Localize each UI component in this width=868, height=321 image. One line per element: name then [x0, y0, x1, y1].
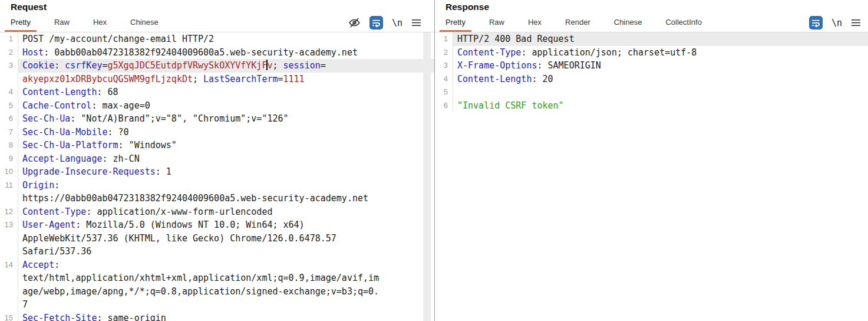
code-row: https://0abb00ab0472318382f92404009600a5… [0, 192, 434, 205]
line-number: 9 [0, 152, 18, 166]
response-title: Response [435, 0, 868, 12]
code-row: 11Origin: [0, 179, 434, 192]
code-line[interactable]: Content-Length: 68 [18, 86, 434, 99]
tab-collectinfo[interactable]: CollectInfo [659, 15, 707, 32]
code-line[interactable]: Sec-Ch-Ua: "Not/A)Brand";v="8", "Chromiu… [18, 112, 434, 126]
code-line[interactable]: HTTP/2 400 Bad Request [453, 32, 868, 46]
code-row: 8Sec-Ch-Ua-Platform: "Windows" [0, 139, 434, 152]
code-line[interactable]: age/webp,image/apng,*/*;q=0.8,applicatio… [18, 285, 434, 299]
line-number [0, 73, 18, 86]
code-token: csrfKey [65, 60, 102, 71]
code-token: Content-Length [457, 74, 532, 84]
code-line[interactable]: X-Frame-Options: SAMEORIGIN [453, 59, 868, 73]
code-line[interactable]: 7 [18, 298, 434, 312]
code-line[interactable]: text/html,application/xhtml+xml,applicat… [18, 271, 434, 285]
code-line[interactable]: "Invalid CSRF token" [453, 99, 868, 113]
request-title: Request [0, 0, 434, 12]
http-message-viewer: Request PrettyRawHexChinese [0, 0, 868, 321]
line-number: 15 [0, 312, 18, 321]
code-row: 1POST /my-account/change-email HTTP/2 [0, 32, 434, 46]
newline-icon[interactable]: \n [831, 18, 842, 28]
code-row: 9Accept-Language: zh-CN [0, 152, 434, 166]
response-tabs: PrettyRawHexRenderChineseCollectInfo [440, 15, 720, 32]
code-row: 6"Invalid CSRF token" [435, 99, 868, 113]
code-token: Safari/537.36 [22, 246, 91, 257]
line-number: 2 [0, 46, 18, 60]
line-number: 5 [435, 86, 453, 99]
code-row: 14Accept: [0, 258, 434, 272]
code-token: Host [22, 47, 44, 58]
request-vertical-scrollbar[interactable] [423, 32, 431, 321]
code-line[interactable]: akyepxz01xDRBybcuQGSWM9gfLjzqkDt; LastSe… [18, 73, 434, 86]
tab-chinese[interactable]: Chinese [608, 15, 648, 32]
code-token: session [283, 60, 321, 71]
code-row: 5Cache-Control: max-age=0 [0, 99, 434, 113]
code-token: g5XgqJDC5EutdpfVRwySkOXYVfYKjF [108, 60, 268, 71]
code-line[interactable]: Sec-Fetch-Site: same-origin [18, 312, 434, 321]
code-line[interactable]: Content-Type: application/json; charset=… [453, 46, 868, 60]
newline-icon[interactable]: \n [392, 18, 402, 28]
menu-icon[interactable] [851, 18, 861, 27]
response-header: Response PrettyRawHexRenderChineseCollec… [435, 0, 868, 32]
code-token: = [102, 60, 107, 71]
code-line[interactable]: POST /my-account/change-email HTTP/2 [18, 32, 434, 46]
tab-hex[interactable]: Hex [522, 15, 547, 32]
code-token: ; [272, 60, 283, 71]
code-line[interactable]: Content-Length: 20 [453, 73, 868, 86]
line-number: 4 [0, 86, 18, 99]
code-token: Content-Type [22, 207, 86, 217]
word-wrap-icon[interactable] [809, 16, 823, 30]
code-line[interactable]: https://0abb00ab0472318382f92404009600a5… [18, 192, 434, 205]
code-row: 2Host: 0abb00ab0472318382f92404009600a5.… [0, 46, 434, 60]
code-row: 6Sec-Ch-Ua: "Not/A)Brand";v="8", "Chromi… [0, 112, 434, 126]
code-token: Content-Length [22, 87, 97, 97]
code-line[interactable]: Cookie: csrfKey=g5XgqJDC5EutdpfVRwySkOXY… [18, 59, 434, 73]
code-line[interactable]: Safari/537.36 [18, 245, 434, 258]
line-number: 2 [435, 46, 453, 60]
code-line[interactable]: Origin: [18, 179, 434, 192]
tab-raw[interactable]: Raw [483, 15, 510, 32]
code-line[interactable]: AppleWebKit/537.36 (KHTML, like Gecko) C… [18, 232, 434, 245]
line-number: 3 [435, 59, 453, 73]
line-number: 1 [435, 32, 453, 46]
eye-off-icon[interactable] [348, 17, 361, 29]
tab-render[interactable]: Render [559, 15, 596, 32]
code-token: : [54, 260, 60, 270]
line-number: 5 [0, 99, 18, 113]
code-line[interactable]: Sec-Ch-Ua-Platform: "Windows" [18, 139, 434, 152]
code-token: Content-Type [457, 47, 521, 58]
code-line[interactable]: Cache-Control: max-age=0 [18, 99, 434, 113]
code-line[interactable]: Host: 0abb00ab0472318382f92404009600a5.w… [18, 46, 434, 60]
tab-raw[interactable]: Raw [48, 15, 75, 32]
code-token: : same-origin [97, 313, 166, 321]
code-token: https://0abb00ab0472318382f92404009600a5… [22, 193, 368, 204]
code-row: 3Cookie: csrfKey=g5XgqJDC5EutdpfVRwySkOX… [0, 59, 434, 73]
code-line[interactable] [453, 86, 868, 99]
line-number [0, 245, 18, 258]
code-token: : "Not/A)Brand";v="8", "Chromium";v="126… [70, 113, 288, 124]
code-line[interactable]: Sec-Ch-Ua-Mobile: ?0 [18, 126, 434, 139]
code-row: text/html,application/xhtml+xml,applicat… [0, 271, 434, 285]
line-number [0, 285, 18, 299]
code-line[interactable]: Accept: [18, 258, 434, 272]
line-number [0, 192, 18, 205]
tab-chinese[interactable]: Chinese [124, 15, 164, 32]
code-row: AppleWebKit/537.36 (KHTML, like Gecko) C… [0, 232, 434, 245]
code-token: : SAMEORIGIN [537, 60, 600, 71]
code-token: : Mozilla/5.0 (Windows NT 10.0; Win64; x… [75, 220, 304, 230]
line-number: 11 [0, 179, 18, 192]
code-token: : max-age=0 [91, 100, 150, 111]
line-number [0, 271, 18, 285]
menu-icon[interactable] [411, 18, 421, 27]
code-line[interactable]: Content-Type: application/x-www-form-url… [18, 205, 434, 219]
word-wrap-icon[interactable] [369, 16, 383, 30]
code-line[interactable]: Accept-Language: zh-CN [18, 152, 434, 166]
code-line[interactable]: User-Agent: Mozilla/5.0 (Windows NT 10.0… [18, 218, 434, 232]
code-line[interactable]: Upgrade-Insecure-Requests: 1 [18, 165, 434, 179]
code-token: = [278, 74, 283, 84]
tab-pretty[interactable]: Pretty [5, 15, 37, 32]
tab-hex[interactable]: Hex [87, 15, 113, 32]
code-token: Accept [22, 260, 54, 270]
code-token: Origin [22, 180, 54, 191]
tab-pretty[interactable]: Pretty [440, 15, 471, 32]
